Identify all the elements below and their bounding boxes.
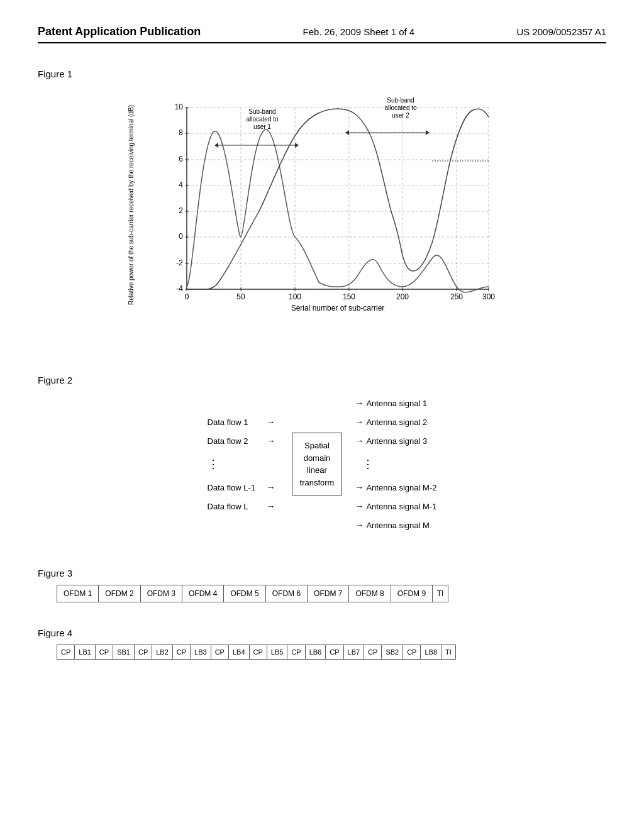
f4-sb1: SB1: [113, 645, 135, 660]
f4-lb7: LB7: [343, 645, 364, 660]
arrow-out-1: →: [355, 398, 364, 408]
figure4-table: CP LB1 CP SB1 CP LB2 CP LB3 CP LB4 CP LB…: [57, 645, 456, 660]
svg-text:300: 300: [482, 292, 495, 301]
figure3-row: OFDM 1 OFDM 2 OFDM 3 OFDM 4 OFDM 5 OFDM …: [57, 585, 448, 602]
arrow-out-m2: →: [355, 482, 364, 492]
antenna-signal-m-label: Antenna signal M: [366, 521, 429, 530]
f4-lb1: LB1: [75, 645, 96, 660]
f4-cp9: CP: [364, 645, 382, 660]
arrow-l: →: [267, 501, 275, 511]
antenna-signal-m2-label: Antenna signal M-2: [366, 483, 436, 492]
svg-text:10: 10: [175, 102, 184, 111]
figure2-output-row-m: → Antenna signal M: [355, 520, 436, 530]
arrow-1: →: [267, 417, 275, 427]
svg-text:user 2: user 2: [392, 112, 409, 119]
figure4-label: Figure 4: [38, 628, 606, 638]
antenna-signal-1-label: Antenna signal 1: [366, 399, 427, 408]
figure2-input-row-1: Data flow 1 →: [208, 417, 279, 427]
ofdm5-cell: OFDM 5: [224, 585, 265, 602]
f4-lb8: LB8: [421, 645, 441, 660]
f4-lb2: LB2: [152, 645, 173, 660]
arrow-out-3: →: [355, 436, 364, 446]
ti-cell-fig3: TI: [433, 585, 448, 602]
data-flow-l1-label: Data flow L-1: [208, 483, 264, 492]
figure1-chart: Relative power of the sub-carrier receiv…: [108, 86, 536, 350]
svg-text:Sub-band: Sub-band: [387, 97, 414, 104]
ti-cell-fig4: TI: [441, 645, 456, 660]
f4-lb5: LB5: [267, 645, 287, 660]
svg-text:150: 150: [343, 292, 355, 301]
figure2-input-row-l: Data flow L →: [208, 501, 279, 511]
f4-cp1: CP: [57, 645, 75, 660]
svg-text:0: 0: [179, 232, 183, 241]
ofdm6-cell: OFDM 6: [265, 585, 307, 602]
figure4-row: CP LB1 CP SB1 CP LB2 CP LB3 CP LB4 CP LB…: [57, 645, 456, 660]
f4-lb3: LB3: [191, 645, 211, 660]
page: Patent Application Publication Feb. 26, …: [0, 0, 644, 830]
figure3-section: Figure 3 OFDM 1 OFDM 2 OFDM 3 OFDM 4 OFD…: [38, 568, 606, 602]
figure2-input-row-2: Data flow 2 →: [208, 436, 279, 446]
svg-text:Serial number of sub-carrier: Serial number of sub-carrier: [291, 304, 385, 312]
f4-cp5: CP: [211, 645, 228, 660]
svg-text:4: 4: [179, 180, 183, 189]
ofdm2-cell: OFDM 2: [99, 585, 140, 602]
svg-text:allocated to: allocated to: [246, 116, 279, 123]
figure2-outputs: → Antenna signal 1 → Antenna signal 2 → …: [355, 398, 436, 530]
svg-text:Sub-band: Sub-band: [248, 108, 275, 115]
f4-cp2: CP: [95, 645, 113, 660]
publication-label: Patent Application Publication: [38, 25, 201, 38]
f4-cp4: CP: [172, 645, 190, 660]
data-flow-l-label: Data flow L: [208, 502, 264, 511]
arrow-2: →: [267, 436, 275, 446]
data-flow-2-label: Data flow 2: [208, 436, 264, 446]
f4-cp10: CP: [403, 645, 421, 660]
figure2-output-row-m2: → Antenna signal M-2: [355, 482, 436, 492]
ofdm3-cell: OFDM 3: [140, 585, 182, 602]
y-axis-label: Relative power of the sub-carrier receiv…: [127, 105, 135, 305]
ofdm9-cell: OFDM 9: [391, 585, 432, 602]
svg-text:200: 200: [396, 292, 409, 301]
antenna-signal-3-label: Antenna signal 3: [366, 436, 427, 446]
svg-text:100: 100: [289, 292, 301, 301]
antenna-signal-2-label: Antenna signal 2: [366, 418, 427, 427]
svg-text:8: 8: [179, 128, 183, 137]
chart-svg: 10 8 6 4 2 0 -2 -4 0 50 100: [155, 95, 511, 312]
ofdm1-cell: OFDM 1: [57, 585, 99, 602]
antenna-signal-m1-label: Antenna signal M-1: [366, 502, 436, 511]
patent-number-label: US 2009/0052357 A1: [516, 26, 606, 37]
f4-cp7: CP: [287, 645, 305, 660]
svg-marker-59: [426, 130, 430, 135]
figure2-output-row-m1: → Antenna signal M-1: [355, 501, 436, 511]
figure2-output-row-dots: ⋮: [355, 455, 436, 473]
figure3-label: Figure 3: [38, 568, 606, 578]
arrow-out-m: →: [355, 520, 364, 530]
figure4-section: Figure 4 CP LB1 CP SB1 CP LB2 CP LB3 CP …: [38, 628, 606, 660]
f4-lb4: LB4: [228, 645, 249, 660]
figure1-label: Figure 1: [38, 69, 606, 79]
arrow-l1: →: [267, 482, 275, 492]
arrow-out-2: →: [355, 417, 364, 427]
figure2-transform-box: Spatial domain linear transform: [292, 433, 343, 495]
page-header: Patent Application Publication Feb. 26, …: [38, 25, 606, 43]
f4-cp8: CP: [326, 645, 343, 660]
figure2-output-row-2: → Antenna signal 2: [355, 417, 436, 427]
date-sheet-label: Feb. 26, 2009 Sheet 1 of 4: [303, 26, 415, 37]
figure2-output-row-3: → Antenna signal 3: [355, 436, 436, 446]
transform-label: Spatial domain linear transform: [300, 441, 335, 487]
figure2-section: Figure 2 Data flow 1 → Data flow 2 → ⋮ D…: [38, 375, 606, 543]
f4-lb6: LB6: [305, 645, 326, 660]
svg-marker-58: [345, 130, 349, 135]
svg-text:-4: -4: [176, 284, 183, 293]
ofdm8-cell: OFDM 8: [349, 585, 391, 602]
figure2-inputs: Data flow 1 → Data flow 2 → ⋮ Data flow …: [208, 417, 279, 511]
arrow-out-m1: →: [355, 501, 364, 511]
data-flow-1-label: Data flow 1: [208, 418, 264, 427]
ofdm7-cell: OFDM 7: [308, 585, 349, 602]
figure3-table: OFDM 1 OFDM 2 OFDM 3 OFDM 4 OFDM 5 OFDM …: [57, 585, 448, 602]
svg-text:6: 6: [179, 155, 183, 163]
svg-text:0: 0: [185, 292, 189, 301]
figure2-input-row-dots: ⋮: [208, 455, 279, 473]
svg-marker-56: [295, 143, 299, 148]
figure2-label: Figure 2: [38, 375, 606, 385]
figure2-output-row-1: → Antenna signal 1: [355, 398, 436, 408]
